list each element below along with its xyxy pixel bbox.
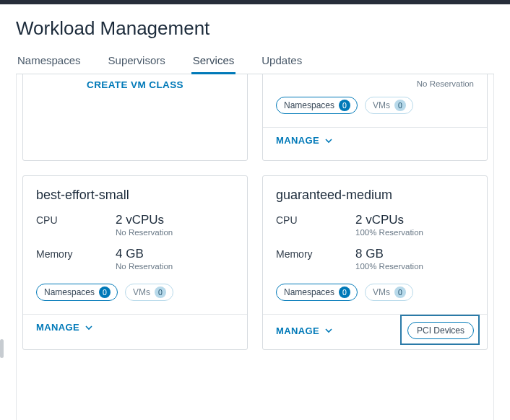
vms-chip[interactable]: VMs 0 xyxy=(365,97,413,114)
tab-namespaces[interactable]: Namespaces xyxy=(16,54,82,74)
vms-chip[interactable]: VMs 0 xyxy=(365,284,413,301)
page-title: Workload Management xyxy=(16,17,494,40)
chip-label: Namespaces xyxy=(284,287,334,297)
vms-count-badge: 0 xyxy=(155,286,166,298)
chevron-down-icon xyxy=(85,324,92,331)
vms-count-badge: 0 xyxy=(394,100,406,111)
create-vm-class-button[interactable]: CREATE VM CLASS xyxy=(87,79,183,90)
tabs: Namespaces Supervisors Services Updates xyxy=(16,54,494,74)
manage-label: MANAGE xyxy=(276,135,319,146)
divider xyxy=(263,314,487,315)
cpu-sub: No Reservation xyxy=(116,228,173,237)
namespaces-count-badge: 0 xyxy=(99,286,111,298)
vm-class-card-partial: No Reservation Namespaces 0 VMs 0 MANAGE xyxy=(262,74,488,161)
memory-value: 4 GB xyxy=(116,247,173,261)
scrollbar-nub[interactable] xyxy=(0,339,4,358)
memory-sub: No Reservation xyxy=(116,262,173,271)
chevron-down-icon xyxy=(325,137,332,144)
reservation-sub: No Reservation xyxy=(276,79,474,88)
namespaces-count-badge: 0 xyxy=(339,100,350,111)
memory-value: 8 GB xyxy=(355,247,423,261)
chip-label: Namespaces xyxy=(284,100,334,110)
cpu-value: 2 vCPUs xyxy=(116,213,173,227)
cpu-label: CPU xyxy=(36,213,116,237)
cards-region: CREATE VM CLASS No Reservation Namespace… xyxy=(16,74,494,420)
vm-class-card-best-effort-small: best-effort-small CPU 2 vCPUs No Reserva… xyxy=(22,175,248,350)
vms-count-badge: 0 xyxy=(394,286,406,298)
namespaces-chip[interactable]: Namespaces 0 xyxy=(276,284,358,301)
namespaces-count-badge: 0 xyxy=(339,286,350,298)
manage-button[interactable]: MANAGE xyxy=(276,325,332,336)
manage-label: MANAGE xyxy=(276,325,319,336)
manage-button[interactable]: MANAGE xyxy=(36,322,92,333)
memory-sub: 100% Reservation xyxy=(355,262,423,271)
namespaces-chip[interactable]: Namespaces 0 xyxy=(276,97,358,114)
memory-label: Memory xyxy=(276,247,355,271)
chip-label: VMs xyxy=(373,100,390,110)
tab-supervisors[interactable]: Supervisors xyxy=(107,54,167,74)
vm-class-card-guaranteed-medium: guaranteed-medium CPU 2 vCPUs 100% Reser… xyxy=(262,175,488,350)
pci-devices-button[interactable]: PCI Devices xyxy=(407,322,474,339)
cpu-value: 2 vCPUs xyxy=(355,213,423,227)
cpu-label: CPU xyxy=(276,213,355,237)
namespaces-chip[interactable]: Namespaces 0 xyxy=(36,284,118,301)
divider xyxy=(23,314,247,315)
chip-label: VMs xyxy=(133,287,150,297)
chip-label: Namespaces xyxy=(44,287,95,297)
card-title: guaranteed-medium xyxy=(276,188,474,203)
chip-label: VMs xyxy=(373,287,390,297)
memory-label: Memory xyxy=(36,247,116,271)
card-title: best-effort-small xyxy=(36,188,234,203)
manage-label: MANAGE xyxy=(36,322,79,333)
chevron-down-icon xyxy=(325,327,332,334)
tab-updates[interactable]: Updates xyxy=(260,54,303,74)
cpu-sub: 100% Reservation xyxy=(355,228,423,237)
manage-button[interactable]: MANAGE xyxy=(276,135,332,146)
vms-chip[interactable]: VMs 0 xyxy=(125,284,173,301)
divider xyxy=(263,127,487,128)
create-vm-class-card: CREATE VM CLASS xyxy=(22,74,248,161)
tab-services[interactable]: Services xyxy=(191,54,236,74)
